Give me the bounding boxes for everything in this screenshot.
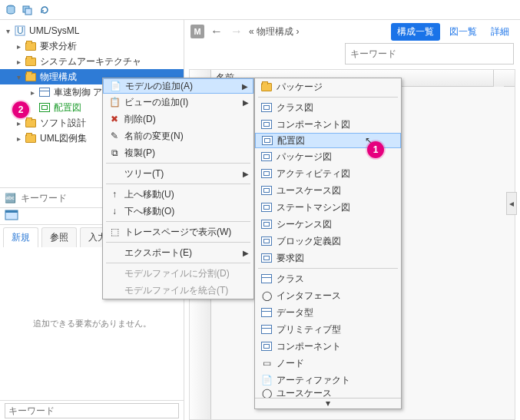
- menu-label: シーケンス図: [277, 218, 332, 231]
- submenu-usecase-diagram[interactable]: ユースケース図: [255, 182, 401, 199]
- submenu-component-diagram[interactable]: コンポーネント図: [255, 116, 401, 133]
- menu-tree[interactable]: ツリー(T)▶: [103, 165, 253, 182]
- submenu-requirement-diagram[interactable]: 要求図: [255, 250, 401, 266]
- tree-item-label: 物理構成: [38, 71, 78, 84]
- submenu-arrow-icon: ▶: [242, 82, 248, 91]
- submenu-component[interactable]: コンポーネント: [255, 338, 401, 355]
- menu-label: ツリー(T): [124, 167, 164, 180]
- expander-icon[interactable]: ▸: [14, 134, 23, 143]
- side-expander[interactable]: ◂: [506, 192, 517, 215]
- menu-label: アーティファクト: [277, 374, 350, 387]
- submenu-arrow-icon: ▶: [243, 249, 249, 257]
- expander-icon[interactable]: ▸: [14, 58, 23, 66]
- class-icon: [260, 273, 273, 285]
- content-search-row: [184, 43, 520, 64]
- submenu-node[interactable]: ▭ノード: [255, 355, 401, 372]
- callout-2: 2: [12, 101, 29, 118]
- menu-separator: [106, 242, 250, 243]
- breadcrumb[interactable]: « 物理構成 ›: [249, 25, 299, 38]
- content-search-input[interactable]: [345, 43, 514, 64]
- submenu-arrow-icon: ▶: [243, 170, 249, 178]
- menu-label: パッケージ: [277, 81, 323, 94]
- menu-label: 削除(D): [124, 113, 156, 126]
- expander-icon[interactable]: ▸: [14, 119, 23, 127]
- menu-label: コンポーネント図: [277, 118, 350, 131]
- menu-separator: [258, 268, 398, 269]
- submenu-usecase[interactable]: ◯ユースケース: [255, 389, 401, 398]
- menu-label: モデルの追加(A): [125, 80, 193, 93]
- menu-label: ノード: [277, 357, 304, 370]
- detail-link[interactable]: 詳細: [486, 25, 514, 38]
- expander-icon[interactable]: ▾: [3, 27, 12, 35]
- diagram-icon: [260, 118, 273, 131]
- move-up-icon: ↑: [108, 188, 121, 200]
- diagram-icon: [260, 218, 273, 230]
- menu-add-view[interactable]: 📋ビューの追加(I)▶: [103, 94, 253, 111]
- scroll-down-icon[interactable]: ▾: [255, 398, 401, 408]
- menu-delete[interactable]: ✖削除(D): [103, 111, 253, 127]
- tree-item[interactable]: ▸要求分析: [0, 38, 184, 54]
- submenu-primitive[interactable]: プリミティブ型: [255, 321, 401, 338]
- expander-icon[interactable]: ▾: [14, 73, 23, 81]
- folder-icon: [25, 55, 37, 68]
- menu-separator: [106, 221, 250, 222]
- svg-text:U: U: [17, 25, 24, 36]
- nav-back-icon[interactable]: ←: [209, 25, 224, 38]
- panel-icon[interactable]: [5, 210, 18, 223]
- folder-icon: [260, 81, 273, 93]
- submenu-class[interactable]: クラス: [255, 270, 401, 287]
- artifact-icon: 📄: [260, 374, 273, 386]
- primitive-icon: [260, 323, 273, 336]
- menu-separator: [106, 163, 250, 164]
- tab-browse[interactable]: 参照: [41, 227, 77, 247]
- node-icon: ▭: [260, 357, 273, 369]
- rename-icon: ✎: [108, 130, 121, 142]
- menu-label: 複製(P): [124, 147, 155, 160]
- component-icon: [260, 340, 273, 352]
- diagram-list-link[interactable]: 図一覧: [445, 25, 482, 38]
- menu-label: ステートマシン図: [277, 201, 350, 214]
- submenu-statemachine-diagram[interactable]: ステートマシン図: [255, 199, 401, 216]
- submenu-interface[interactable]: ◯インタフェース: [255, 287, 401, 304]
- menu-merge-file: モデルファイルを統合(T): [103, 282, 253, 299]
- tree-root[interactable]: ▾ U UML/SysML: [0, 23, 184, 38]
- menu-add-model[interactable]: 📄モデルの追加(A)▶: [103, 78, 253, 94]
- diagram-icon: [260, 134, 274, 147]
- db-icon[interactable]: [5, 4, 17, 16]
- diagram-icon: [260, 184, 273, 197]
- menu-duplicate[interactable]: ⧉複製(P): [103, 144, 253, 161]
- submenu-class-diagram[interactable]: クラス図: [255, 99, 401, 116]
- palette-search-input[interactable]: [5, 403, 179, 418]
- tree-item[interactable]: ▸システムアーキテクチャ: [0, 54, 184, 69]
- context-menu: 📄モデルの追加(A)▶ 📋ビューの追加(I)▶ ✖削除(D) ✎名前の変更(N)…: [102, 78, 254, 299]
- submenu-sequence-diagram[interactable]: シーケンス図: [255, 216, 401, 233]
- menu-rename[interactable]: ✎名前の変更(N): [103, 127, 253, 144]
- submenu-package[interactable]: パッケージ: [255, 78, 401, 95]
- menu-label: クラス図: [277, 101, 313, 114]
- structure-list-button[interactable]: 構成一覧: [391, 23, 440, 41]
- submenu-block-diagram[interactable]: ブロック定義図: [255, 233, 401, 250]
- expander-icon[interactable]: ▸: [28, 88, 37, 97]
- diagram-icon: [260, 252, 273, 264]
- submenu-datatype[interactable]: データ型: [255, 304, 401, 321]
- diagram-icon: [260, 235, 273, 247]
- menu-label: プリミティブ型: [277, 323, 341, 336]
- menu-move-up[interactable]: ↑上へ移動(U): [103, 186, 253, 203]
- menu-trace-page[interactable]: ⬚トレースページで表示(W): [103, 223, 253, 240]
- usecase-icon: ◯: [260, 389, 273, 398]
- model-badge: M: [190, 25, 204, 38]
- column-edge[interactable]: [493, 70, 504, 87]
- tab-new[interactable]: 新規: [3, 227, 38, 247]
- menu-move-down[interactable]: ↓下へ移動(O): [103, 203, 253, 220]
- menu-separator: [106, 184, 250, 184]
- menu-label: データ型: [277, 306, 313, 319]
- menu-export[interactable]: エクスポート(E)▶: [103, 244, 253, 261]
- menu-label: 要求図: [277, 252, 304, 265]
- block-icon: [38, 86, 51, 98]
- submenu-artifact[interactable]: 📄アーティファクト: [255, 372, 401, 389]
- menu-label: 上へ移動(U): [124, 188, 174, 201]
- db-stack-icon[interactable]: [22, 4, 34, 16]
- submenu-activity-diagram[interactable]: アクティビティ図: [255, 165, 401, 182]
- refresh-icon[interactable]: [38, 4, 51, 16]
- expander-icon[interactable]: ▸: [14, 42, 23, 51]
